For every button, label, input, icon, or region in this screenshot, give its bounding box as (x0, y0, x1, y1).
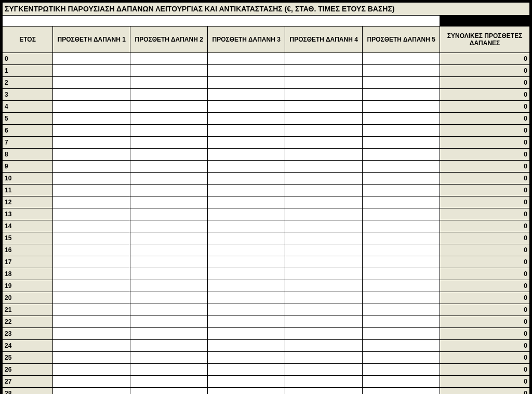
input-cell[interactable] (53, 77, 130, 89)
input-cell[interactable] (53, 208, 130, 220)
input-cell[interactable] (208, 364, 285, 376)
input-cell[interactable] (363, 268, 440, 280)
input-cell[interactable] (363, 137, 440, 149)
input-cell[interactable] (130, 340, 208, 352)
input-cell[interactable] (363, 101, 440, 113)
input-cell[interactable] (363, 340, 440, 352)
input-cell[interactable] (208, 232, 285, 244)
input-cell[interactable] (53, 125, 130, 137)
input-cell[interactable] (208, 388, 285, 395)
input-cell[interactable] (285, 137, 363, 149)
input-cell[interactable] (208, 149, 285, 161)
input-cell[interactable] (130, 149, 208, 161)
input-cell[interactable] (130, 304, 208, 316)
input-cell[interactable] (130, 328, 208, 340)
input-cell[interactable] (130, 208, 208, 220)
input-cell[interactable] (53, 256, 130, 268)
input-cell[interactable] (53, 220, 130, 232)
input-cell[interactable] (53, 89, 130, 101)
input-cell[interactable] (53, 53, 130, 65)
input-cell[interactable] (208, 316, 285, 328)
input-cell[interactable] (363, 352, 440, 364)
input-cell[interactable] (130, 53, 208, 65)
input-cell[interactable] (130, 352, 208, 364)
input-cell[interactable] (130, 125, 208, 137)
input-cell[interactable] (53, 113, 130, 125)
input-cell[interactable] (208, 113, 285, 125)
input-cell[interactable] (363, 364, 440, 376)
input-cell[interactable] (285, 125, 363, 137)
input-cell[interactable] (53, 161, 130, 173)
input-cell[interactable] (363, 77, 440, 89)
input-cell[interactable] (53, 232, 130, 244)
input-cell[interactable] (285, 292, 363, 304)
input-cell[interactable] (208, 185, 285, 196)
input-cell[interactable] (208, 340, 285, 352)
input-cell[interactable] (53, 352, 130, 364)
input-cell[interactable] (53, 173, 130, 185)
input-cell[interactable] (53, 244, 130, 256)
input-cell[interactable] (208, 376, 285, 388)
input-cell[interactable] (285, 364, 363, 376)
input-cell[interactable] (130, 137, 208, 149)
input-cell[interactable] (363, 125, 440, 137)
input-cell[interactable] (208, 161, 285, 173)
input-cell[interactable] (130, 161, 208, 173)
input-cell[interactable] (285, 244, 363, 256)
input-cell[interactable] (363, 113, 440, 125)
input-cell[interactable] (285, 340, 363, 352)
input-cell[interactable] (208, 65, 285, 77)
input-cell[interactable] (363, 280, 440, 292)
input-cell[interactable] (130, 196, 208, 208)
input-cell[interactable] (208, 77, 285, 89)
input-cell[interactable] (285, 208, 363, 220)
input-cell[interactable] (285, 268, 363, 280)
input-cell[interactable] (130, 376, 208, 388)
input-cell[interactable] (363, 256, 440, 268)
input-cell[interactable] (285, 113, 363, 125)
input-cell[interactable] (130, 364, 208, 376)
input-cell[interactable] (363, 220, 440, 232)
input-cell[interactable] (363, 388, 440, 395)
input-cell[interactable] (53, 280, 130, 292)
input-cell[interactable] (130, 388, 208, 395)
input-cell[interactable] (130, 220, 208, 232)
input-cell[interactable] (363, 149, 440, 161)
input-cell[interactable] (363, 65, 440, 77)
input-cell[interactable] (53, 304, 130, 316)
input-cell[interactable] (208, 173, 285, 185)
input-cell[interactable] (363, 161, 440, 173)
input-cell[interactable] (53, 65, 130, 77)
input-cell[interactable] (363, 376, 440, 388)
input-cell[interactable] (363, 244, 440, 256)
input-cell[interactable] (363, 196, 440, 208)
input-cell[interactable] (130, 256, 208, 268)
input-cell[interactable] (208, 268, 285, 280)
input-cell[interactable] (208, 328, 285, 340)
input-cell[interactable] (208, 280, 285, 292)
input-cell[interactable] (285, 77, 363, 89)
input-cell[interactable] (363, 328, 440, 340)
input-cell[interactable] (130, 113, 208, 125)
input-cell[interactable] (363, 316, 440, 328)
input-cell[interactable] (53, 196, 130, 208)
input-cell[interactable] (363, 232, 440, 244)
input-cell[interactable] (285, 232, 363, 244)
input-cell[interactable] (285, 316, 363, 328)
input-cell[interactable] (53, 149, 130, 161)
input-cell[interactable] (285, 149, 363, 161)
input-cell[interactable] (53, 137, 130, 149)
input-cell[interactable] (208, 101, 285, 113)
input-cell[interactable] (130, 280, 208, 292)
input-cell[interactable] (53, 316, 130, 328)
input-cell[interactable] (208, 244, 285, 256)
input-cell[interactable] (285, 173, 363, 185)
input-cell[interactable] (53, 340, 130, 352)
input-cell[interactable] (130, 244, 208, 256)
input-cell[interactable] (53, 328, 130, 340)
input-cell[interactable] (285, 352, 363, 364)
input-cell[interactable] (130, 316, 208, 328)
input-cell[interactable] (285, 185, 363, 196)
input-cell[interactable] (208, 304, 285, 316)
input-cell[interactable] (285, 101, 363, 113)
